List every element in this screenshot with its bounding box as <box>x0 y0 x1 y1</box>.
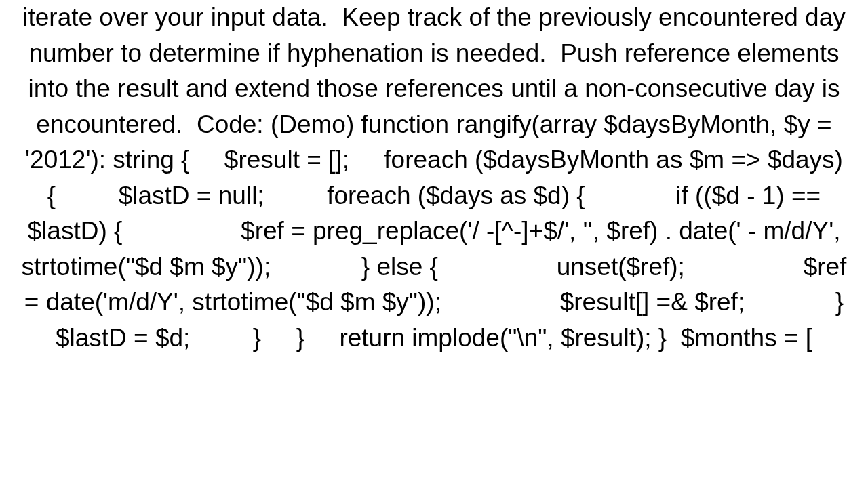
document-body-text: iterate over your input data. Keep track… <box>0 0 868 488</box>
